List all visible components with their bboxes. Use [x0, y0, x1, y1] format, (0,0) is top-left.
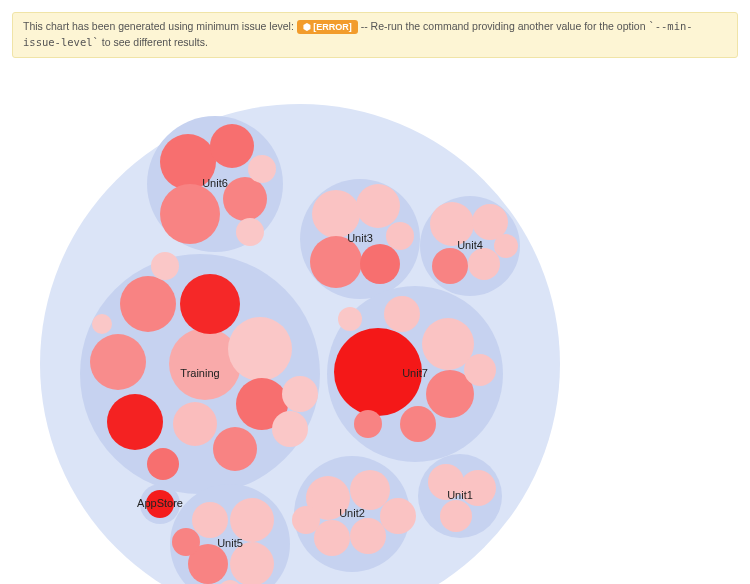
leaf-circle[interactable] [172, 528, 200, 556]
leaf-circle[interactable] [334, 328, 422, 416]
leaf-circle[interactable] [430, 202, 474, 246]
notice-text-pre: This chart has been generated using mini… [23, 20, 297, 32]
leaf-circle[interactable] [92, 314, 112, 334]
error-level-badge: ⬢ [ERROR] [297, 20, 358, 34]
leaf-circle[interactable] [228, 317, 292, 381]
leaf-circle[interactable] [350, 518, 386, 554]
leaf-circle[interactable] [180, 274, 240, 334]
leaf-circle[interactable] [468, 248, 500, 280]
leaf-circle[interactable] [350, 470, 390, 510]
leaf-circle[interactable] [494, 234, 518, 258]
leaf-circle[interactable] [360, 244, 400, 284]
leaf-circle[interactable] [151, 252, 179, 280]
leaf-circle[interactable] [230, 542, 274, 585]
leaf-circle[interactable] [160, 184, 220, 244]
leaf-circle[interactable] [464, 354, 496, 386]
circle-packing-chart: TrainingUnit6Unit3Unit4Unit7Unit2Unit1Un… [0, 64, 750, 585]
leaf-circle[interactable] [120, 276, 176, 332]
leaf-circle[interactable] [272, 411, 308, 447]
leaf-circle[interactable] [230, 498, 274, 542]
leaf-circle[interactable] [213, 427, 257, 471]
leaf-circle[interactable] [384, 296, 420, 332]
leaf-circle[interactable] [147, 448, 179, 480]
leaf-circle[interactable] [310, 236, 362, 288]
leaf-circle[interactable] [107, 394, 163, 450]
leaf-circle[interactable] [160, 134, 216, 190]
leaf-circle[interactable] [292, 506, 320, 534]
leaf-circle[interactable] [210, 124, 254, 168]
notice-text-tail: to see different results. [102, 36, 208, 48]
notice-banner: This chart has been generated using mini… [12, 12, 738, 58]
leaf-circle[interactable] [146, 490, 174, 518]
leaf-circle[interactable] [90, 334, 146, 390]
leaf-circle[interactable] [386, 222, 414, 250]
leaf-circle[interactable] [236, 218, 264, 246]
leaf-circle[interactable] [338, 307, 362, 331]
leaf-circle[interactable] [428, 464, 464, 500]
leaf-circle[interactable] [248, 155, 276, 183]
leaf-circle[interactable] [356, 184, 400, 228]
notice-text-post: -- Re-run the command providing another … [361, 20, 649, 32]
leaf-circle[interactable] [312, 190, 360, 238]
leaf-circle[interactable] [192, 502, 228, 538]
leaf-circle[interactable] [223, 177, 267, 221]
leaf-circle[interactable] [440, 500, 472, 532]
leaf-circle[interactable] [282, 376, 318, 412]
leaf-circle[interactable] [400, 406, 436, 442]
leaf-circle[interactable] [380, 498, 416, 534]
leaf-circle[interactable] [354, 410, 382, 438]
leaf-circle[interactable] [173, 402, 217, 446]
leaf-circle[interactable] [460, 470, 496, 506]
leaf-circle[interactable] [432, 248, 468, 284]
leaf-circle[interactable] [314, 520, 350, 556]
